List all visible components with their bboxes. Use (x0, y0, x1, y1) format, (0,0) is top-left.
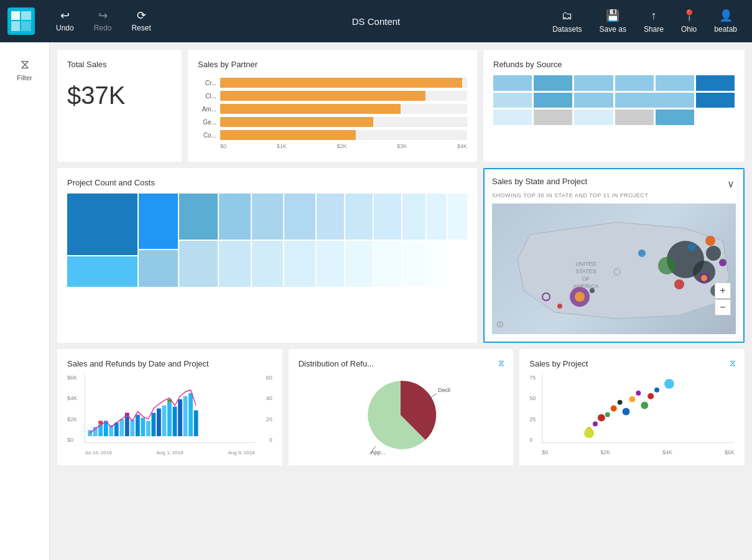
filter-icon: ⧖ (21, 57, 29, 72)
total-sales-card: Total Sales $37K (57, 50, 182, 162)
svg-rect-38 (152, 413, 156, 436)
redo-button[interactable]: ↪ Redo (85, 6, 121, 36)
svg-point-64 (648, 393, 654, 399)
chevron-down-icon[interactable]: ∨ (727, 178, 735, 190)
saveas-label: Save as (600, 25, 626, 34)
bar-row-3: Ge... (198, 117, 467, 127)
location-icon: 📍 (682, 9, 696, 22)
svg-rect-45 (188, 393, 193, 436)
filter-label: Filter (17, 74, 32, 82)
sales-refunds-date-card: Sales and Refunds by Date and Project $6… (57, 349, 282, 465)
sales-partner-chart: Cr... Cl... Am... Ge... (198, 75, 467, 152)
reset-button[interactable]: ⟳ Reset (123, 6, 159, 36)
bar-row-4: Co... (198, 130, 467, 140)
saveas-button[interactable]: 💾 Save as (592, 5, 634, 37)
combo-chart-area (85, 375, 255, 443)
distribution-refunds-card: Distribution of Refu... ⧖ Declined App..… (289, 349, 514, 465)
svg-rect-41 (167, 403, 172, 437)
zoom-out-button[interactable]: − (715, 299, 731, 315)
layout: ⧖ Filter Total Sales $37K Sales by Partn… (0, 42, 752, 560)
map-area: UNITED STATES OF AMERICA + − ⓘ (492, 203, 736, 334)
ohio-button[interactable]: 📍 Ohio (674, 5, 704, 37)
svg-point-65 (654, 388, 659, 393)
datasets-icon: 🗂 (562, 9, 573, 22)
svg-text:AMERICA: AMERICA (573, 283, 598, 289)
svg-point-6 (706, 246, 721, 261)
ohio-label: Ohio (681, 25, 697, 34)
map-info-icon: ⓘ (497, 320, 503, 329)
project-count-card: Project Count and Costs (57, 168, 477, 343)
svg-rect-2 (11, 21, 20, 31)
sales-state-title: Sales by State and Project (492, 177, 736, 186)
svg-rect-44 (183, 396, 188, 436)
user-button[interactable]: 👤 beatab (707, 5, 745, 37)
svg-point-55 (593, 421, 598, 426)
project-treemap (67, 194, 467, 287)
user-icon: 👤 (719, 9, 733, 22)
svg-text:STATES: STATES (575, 268, 596, 274)
svg-rect-42 (173, 407, 177, 437)
filter-item[interactable]: ⧖ Filter (0, 52, 49, 86)
bar-row-1: Cl... (198, 91, 467, 101)
topnav-actions: ↩ Undo ↪ Redo ⟳ Reset (47, 6, 160, 36)
svg-point-17 (614, 269, 620, 275)
svg-point-56 (598, 414, 605, 421)
svg-point-10 (658, 257, 675, 274)
svg-rect-1 (21, 11, 31, 20)
distribution-title: Distribution of Refu... (299, 359, 504, 368)
share-button[interactable]: ↑ Share (636, 6, 671, 37)
sidebar: ⧖ Filter (0, 42, 50, 560)
svg-point-60 (623, 408, 630, 416)
undo-button[interactable]: ↩ Undo (47, 6, 83, 36)
bottom-row: Sales and Refunds by Date and Project $6… (57, 349, 745, 465)
svg-point-58 (611, 406, 617, 412)
scatter-plot-area (542, 375, 735, 443)
refunds-source-title: Refunds by Source (493, 60, 735, 69)
share-label: Share (644, 25, 664, 34)
share-icon: ↑ (651, 9, 656, 22)
refunds-by-source-card: Refunds by Source (483, 50, 745, 162)
app-logo (7, 7, 35, 35)
bar-row-0: Cr... (198, 78, 467, 88)
svg-point-66 (664, 379, 674, 389)
page-title: DS Content (352, 16, 401, 27)
svg-point-20 (542, 293, 550, 301)
topnav-right: 🗂 Datasets 💾 Save as ↑ Share 📍 Ohio 👤 be… (545, 5, 745, 37)
redo-icon: ↪ (98, 10, 108, 21)
map-svg: UNITED STATES OF AMERICA (492, 203, 736, 334)
svg-rect-31 (114, 422, 119, 436)
svg-rect-47 (98, 421, 103, 424)
svg-rect-46 (194, 410, 198, 436)
svg-point-8 (674, 279, 684, 289)
datasets-button[interactable]: 🗂 Datasets (545, 6, 589, 37)
main-content: Total Sales $37K Sales by Partner Cr... … (50, 42, 752, 560)
zoom-in-button[interactable]: + (715, 282, 731, 299)
svg-point-57 (605, 412, 610, 417)
svg-point-21 (557, 304, 562, 309)
svg-point-9 (688, 243, 695, 251)
bar-row-2: Am... (198, 104, 467, 114)
pie-chart: Declined App... (299, 375, 504, 455)
undo-icon: ↩ (60, 10, 70, 21)
undo-label: Undo (56, 24, 74, 32)
svg-text:UNITED: UNITED (575, 261, 596, 267)
svg-point-63 (641, 402, 649, 409)
svg-point-14 (575, 292, 585, 302)
svg-point-67 (584, 428, 594, 438)
svg-rect-34 (130, 419, 134, 436)
sales-project-filter-icon[interactable]: ⧖ (730, 358, 736, 368)
sales-by-project-card: Sales by Project ⧖ 75 50 25 0 (519, 349, 745, 465)
svg-text:OF: OF (582, 276, 590, 282)
svg-rect-40 (162, 406, 167, 437)
svg-rect-37 (146, 421, 151, 436)
sales-by-state-card: Sales by State and Project ∨ SHOWING TOP… (483, 168, 745, 343)
total-sales-value: $37K (67, 82, 172, 110)
distribution-filter-icon[interactable]: ⧖ (498, 358, 504, 368)
redo-label: Redo (94, 24, 112, 32)
sales-partner-title: Sales by Partner (198, 60, 467, 69)
svg-point-19 (701, 275, 707, 281)
combo-chart: $6K $4K $2K $0 60 40 20 0 (67, 375, 272, 455)
refunds-grid (493, 75, 735, 125)
map-controls: + − (715, 282, 731, 315)
topnav: ↩ Undo ↪ Redo ⟳ Reset DS Content 🗂 Datas… (0, 0, 752, 42)
